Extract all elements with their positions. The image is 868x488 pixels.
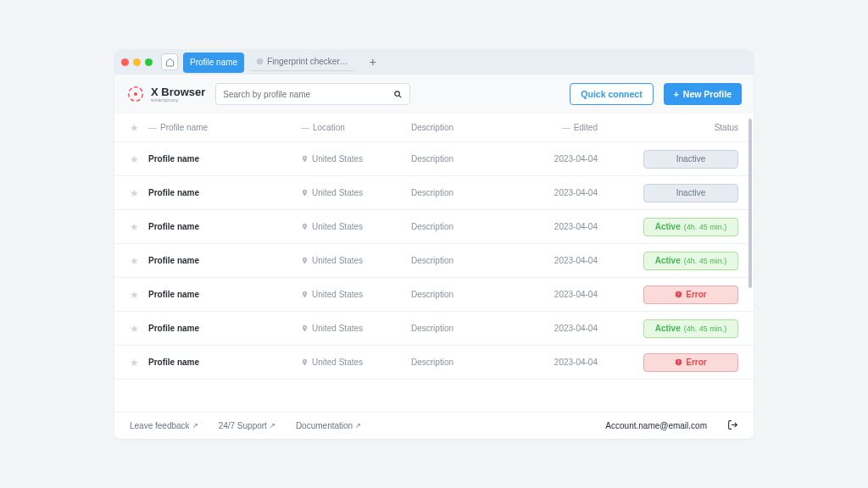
minimize-window-icon[interactable] xyxy=(133,58,141,66)
cell-name: Profile name xyxy=(148,188,301,197)
header-edited[interactable]: —Edited xyxy=(504,123,598,132)
footer-support-link[interactable]: 24/7 Support↗ xyxy=(219,421,275,430)
svg-point-0 xyxy=(258,59,263,64)
cell-location: United States xyxy=(301,154,411,164)
external-link-icon: ↗ xyxy=(270,422,275,430)
cell-description: Description xyxy=(411,358,504,367)
header-profile-name[interactable]: —Profile name xyxy=(148,123,301,132)
scrollbar[interactable] xyxy=(748,119,752,288)
star-icon: ★ xyxy=(130,122,139,134)
tab-bar: Profile name Fingerprint checker… + xyxy=(114,49,754,75)
status-badge-active[interactable]: Active (4h. 45 min.) xyxy=(643,319,738,338)
cell-location: United States xyxy=(301,188,411,197)
star-icon[interactable]: ★ xyxy=(130,255,139,267)
maximize-window-icon[interactable] xyxy=(145,58,153,66)
home-button[interactable] xyxy=(161,53,178,70)
cell-location: United States xyxy=(301,324,411,333)
location-pin-icon xyxy=(301,257,309,264)
footer-docs-link[interactable]: Documentation↗ xyxy=(296,421,361,430)
table-row[interactable]: ★Profile nameUnited StatesDescription202… xyxy=(114,346,754,380)
status-badge-active[interactable]: Active (4h. 45 min.) xyxy=(643,252,738,270)
cell-description: Description xyxy=(411,222,504,231)
table-header-row: ★ —Profile name —Location Description —E… xyxy=(114,114,754,142)
svg-point-4 xyxy=(395,91,400,96)
cell-edited: 2023-04-04 xyxy=(504,154,598,164)
footer: Leave feedback↗ 24/7 Support↗ Documentat… xyxy=(114,412,754,439)
brand-logo-icon xyxy=(126,85,145,103)
status-badge-inactive[interactable]: Inactive xyxy=(643,150,738,169)
footer-feedback-link[interactable]: Leave feedback↗ xyxy=(130,421,198,430)
header-location[interactable]: —Location xyxy=(301,123,411,132)
header-description: Description xyxy=(411,123,504,132)
cell-edited: 2023-04-04 xyxy=(504,290,598,299)
sort-icon: — xyxy=(562,123,570,132)
cell-description: Description xyxy=(411,256,504,265)
search-input[interactable] xyxy=(223,90,393,99)
button-label: New Profile xyxy=(683,89,732,99)
star-icon[interactable]: ★ xyxy=(130,357,139,369)
cell-edited: 2023-04-04 xyxy=(504,222,598,231)
sort-icon: — xyxy=(301,123,309,132)
location-pin-icon xyxy=(301,291,309,298)
star-icon[interactable]: ★ xyxy=(130,289,139,301)
cell-name: Profile name xyxy=(148,290,301,299)
cell-name: Profile name xyxy=(148,154,301,164)
status-badge-inactive[interactable]: Inactive xyxy=(643,184,738,202)
table-row[interactable]: ★Profile nameUnited StatesDescription202… xyxy=(114,278,754,312)
status-badge-error[interactable]: Error xyxy=(643,286,738,304)
header: X Browser smartproxy Quick connect + New… xyxy=(114,75,754,114)
cell-description: Description xyxy=(411,188,504,197)
brand-subtitle: smartproxy xyxy=(151,97,205,103)
table-row[interactable]: ★Profile nameUnited StatesDescription202… xyxy=(114,210,754,244)
svg-point-8 xyxy=(678,296,679,297)
cell-edited: 2023-04-04 xyxy=(504,188,598,197)
brand-title: X Browser xyxy=(151,86,205,97)
star-icon[interactable]: ★ xyxy=(130,323,139,335)
location-pin-icon xyxy=(301,324,309,332)
search-icon xyxy=(393,90,403,99)
cell-location: United States xyxy=(301,290,411,299)
account-email: Account.name@email.com xyxy=(605,421,707,430)
table-row[interactable]: ★Profile nameUnited StatesDescription202… xyxy=(114,142,754,176)
status-badge-error[interactable]: Error xyxy=(643,353,738,372)
cell-edited: 2023-04-04 xyxy=(504,324,598,333)
table-row[interactable]: ★Profile nameUnited StatesDescription202… xyxy=(114,312,754,346)
table-row[interactable]: ★Profile nameUnited StatesDescription202… xyxy=(114,176,754,210)
cell-name: Profile name xyxy=(148,358,301,367)
sort-icon: — xyxy=(148,123,157,132)
cell-description: Description xyxy=(411,290,504,299)
tab-profile[interactable]: Profile name xyxy=(183,53,244,71)
svg-point-1 xyxy=(259,60,261,62)
location-pin-icon xyxy=(301,358,309,366)
star-icon[interactable]: ★ xyxy=(130,187,139,199)
close-window-icon[interactable] xyxy=(121,58,129,66)
cell-name: Profile name xyxy=(148,324,301,333)
warning-icon xyxy=(675,358,682,366)
tab-fingerprint[interactable]: Fingerprint checker… xyxy=(249,53,355,71)
status-badge-active[interactable]: Active (4h. 45 min.) xyxy=(643,218,738,236)
external-link-icon: ↗ xyxy=(355,422,361,430)
svg-rect-3 xyxy=(134,92,137,96)
location-pin-icon xyxy=(301,155,309,163)
tab-label: Fingerprint checker… xyxy=(267,57,348,66)
app-frame: Profile name Fingerprint checker… + X Br… xyxy=(114,49,754,439)
header-status: Status xyxy=(598,123,738,132)
search-box[interactable] xyxy=(215,83,410,105)
table-row[interactable]: ★Profile nameUnited StatesDescription202… xyxy=(114,244,754,278)
new-profile-button[interactable]: + New Profile xyxy=(664,83,742,105)
logout-icon xyxy=(727,419,738,430)
cell-description: Description xyxy=(411,154,504,164)
cell-edited: 2023-04-04 xyxy=(504,358,598,367)
new-tab-button[interactable]: + xyxy=(365,54,381,69)
logout-button[interactable] xyxy=(727,419,738,432)
quick-connect-button[interactable]: Quick connect xyxy=(570,83,653,105)
window-controls xyxy=(121,58,153,66)
location-pin-icon xyxy=(301,223,309,230)
star-icon[interactable]: ★ xyxy=(130,221,139,233)
cell-location: United States xyxy=(301,222,411,231)
tab-label: Profile name xyxy=(190,58,237,67)
cell-edited: 2023-04-04 xyxy=(504,256,598,265)
location-pin-icon xyxy=(301,189,309,197)
plus-icon: + xyxy=(370,55,376,69)
star-icon[interactable]: ★ xyxy=(130,153,139,165)
